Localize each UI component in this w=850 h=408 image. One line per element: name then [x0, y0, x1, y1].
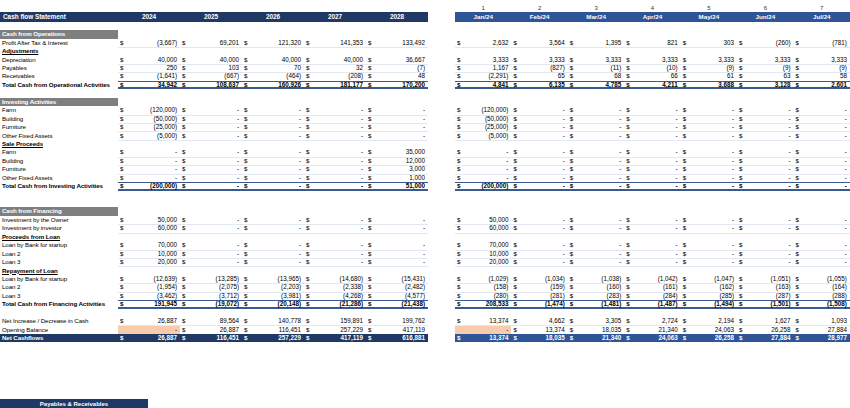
cell-monthly-2[interactable]: $21,340 — [568, 334, 624, 342]
cell-monthly-5[interactable] — [737, 309, 793, 317]
cell-monthly-0[interactable] — [455, 233, 511, 241]
month-header[interactable]: Feb/24 — [511, 12, 567, 22]
cell-monthly-3[interactable] — [624, 207, 680, 215]
cell-monthly-0[interactable] — [455, 89, 511, 97]
cell-annual-4[interactable] — [366, 98, 428, 106]
cell-annual-3[interactable]: $417,119 — [304, 334, 366, 342]
cell-monthly-2[interactable] — [568, 191, 624, 199]
year-header[interactable]: 2027 — [304, 12, 366, 22]
cell-monthly-2[interactable] — [568, 199, 624, 207]
cell-monthly-0[interactable]: $13,374 — [455, 334, 511, 342]
cell-annual-1[interactable] — [180, 207, 242, 215]
cell-monthly-2[interactable] — [568, 30, 624, 38]
row-label[interactable]: Proceeds from Loan — [0, 233, 118, 241]
cell-annual-1[interactable]: $108,637 — [180, 81, 242, 89]
cell-monthly-1[interactable]: $- — [511, 182, 567, 190]
cell-monthly-4[interactable]: $(1,494) — [681, 300, 737, 308]
month-header[interactable]: Jul/24 — [794, 12, 850, 22]
month-header[interactable]: Jun/24 — [737, 12, 793, 22]
cell-monthly-3[interactable] — [624, 30, 680, 38]
cell-monthly-2[interactable]: $(1,481) — [568, 300, 624, 308]
cell-annual-1[interactable]: $116,451 — [180, 334, 242, 342]
cell-annual-2[interactable]: $257,229 — [242, 334, 304, 342]
cell-monthly-0[interactable]: $(200,000) — [455, 182, 511, 190]
cell-monthly-1[interactable] — [511, 98, 567, 106]
cell-annual-2[interactable] — [242, 207, 304, 215]
cell-monthly-3[interactable] — [624, 233, 680, 241]
cell-annual-3[interactable] — [304, 199, 366, 207]
cell-monthly-3[interactable] — [624, 309, 680, 317]
cell-monthly-2[interactable] — [568, 89, 624, 97]
cell-annual-2[interactable] — [242, 233, 304, 241]
cell-annual-3[interactable] — [304, 207, 366, 215]
cell-monthly-6[interactable] — [794, 30, 850, 38]
cell-monthly-6[interactable]: $28,977 — [794, 334, 850, 342]
row-label[interactable]: Total Cash from Operational Activities — [0, 81, 118, 89]
year-header[interactable]: 2028 — [366, 12, 428, 22]
cell-annual-1[interactable]: $(19,072) — [180, 300, 242, 308]
cell-monthly-1[interactable] — [511, 140, 567, 148]
cell-monthly-3[interactable] — [624, 140, 680, 148]
cell-annual-2[interactable] — [242, 30, 304, 38]
cell-monthly-2[interactable] — [568, 47, 624, 55]
cell-monthly-1[interactable]: $(1,474) — [511, 300, 567, 308]
cell-annual-4[interactable]: $616,881 — [366, 334, 428, 342]
cell-monthly-0[interactable] — [455, 30, 511, 38]
cell-annual-0[interactable]: $34,942 — [118, 81, 180, 89]
cell-monthly-5[interactable] — [737, 89, 793, 97]
cell-monthly-1[interactable] — [511, 309, 567, 317]
cell-monthly-4[interactable]: $- — [681, 182, 737, 190]
cell-monthly-4[interactable]: $3,688 — [681, 81, 737, 89]
cell-annual-0[interactable] — [118, 207, 180, 215]
cell-annual-2[interactable]: $(20,148) — [242, 300, 304, 308]
month-header[interactable]: Mar/24 — [568, 12, 624, 22]
cell-annual-0[interactable] — [118, 267, 180, 275]
cell-annual-3[interactable]: $- — [304, 182, 366, 190]
cell-monthly-3[interactable] — [624, 89, 680, 97]
cell-annual-3[interactable] — [304, 30, 366, 38]
cell-monthly-1[interactable] — [511, 191, 567, 199]
cell-annual-4[interactable]: $(21,438) — [366, 300, 428, 308]
cell-monthly-2[interactable] — [568, 267, 624, 275]
cell-annual-4[interactable] — [366, 191, 428, 199]
cell-annual-2[interactable] — [242, 191, 304, 199]
cell-monthly-4[interactable]: $26,258 — [681, 334, 737, 342]
month-header[interactable]: Apr/24 — [624, 12, 680, 22]
cell-annual-0[interactable] — [118, 98, 180, 106]
cell-annual-0[interactable] — [118, 199, 180, 207]
row-label[interactable]: Sale Proceeds — [0, 140, 118, 148]
cell-monthly-6[interactable] — [794, 98, 850, 106]
cell-annual-1[interactable]: $- — [180, 182, 242, 190]
cell-monthly-2[interactable] — [568, 233, 624, 241]
cell-monthly-2[interactable]: $4,785 — [568, 81, 624, 89]
cell-monthly-6[interactable] — [794, 89, 850, 97]
row-label[interactable]: Total Cash from Investing Activities — [0, 182, 118, 190]
cell-annual-4[interactable] — [366, 140, 428, 148]
cell-annual-3[interactable] — [304, 233, 366, 241]
cell-monthly-1[interactable] — [511, 199, 567, 207]
cell-annual-4[interactable]: $51,000 — [366, 182, 428, 190]
cell-monthly-2[interactable] — [568, 98, 624, 106]
cell-annual-0[interactable]: $191,945 — [118, 300, 180, 308]
cell-monthly-0[interactable] — [455, 199, 511, 207]
cell-monthly-2[interactable] — [568, 140, 624, 148]
section-header[interactable]: Cash from Operations — [0, 30, 118, 38]
cell-monthly-0[interactable] — [455, 267, 511, 275]
cell-monthly-5[interactable]: $- — [737, 182, 793, 190]
cell-monthly-4[interactable] — [681, 30, 737, 38]
cell-monthly-6[interactable]: $2,601 — [794, 81, 850, 89]
row-label[interactable]: Net Cashflows — [0, 334, 118, 342]
cell-annual-3[interactable] — [304, 309, 366, 317]
cell-annual-1[interactable] — [180, 89, 242, 97]
cell-monthly-0[interactable] — [455, 98, 511, 106]
year-header[interactable]: 2025 — [180, 12, 242, 22]
cell-monthly-6[interactable] — [794, 191, 850, 199]
cell-annual-0[interactable] — [118, 233, 180, 241]
cell-monthly-3[interactable]: $4,211 — [624, 81, 680, 89]
cell-monthly-2[interactable]: $- — [568, 182, 624, 190]
cell-monthly-4[interactable] — [681, 207, 737, 215]
cell-monthly-6[interactable] — [794, 199, 850, 207]
cell-monthly-6[interactable] — [794, 47, 850, 55]
cell-monthly-3[interactable]: $(1,487) — [624, 300, 680, 308]
cell-monthly-6[interactable] — [794, 309, 850, 317]
